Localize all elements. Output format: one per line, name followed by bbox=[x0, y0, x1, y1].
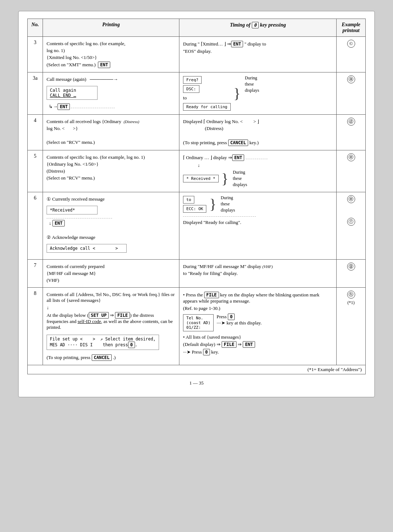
ready-calling-box: Ready for calling bbox=[183, 103, 231, 111]
r7-timing1: During "MF/HF call message M" display (V… bbox=[183, 264, 333, 269]
example-f: ⓕ bbox=[340, 218, 362, 226]
page-number: 1 — 35 bbox=[190, 380, 204, 386]
these-r6: these bbox=[221, 201, 235, 207]
r3-detail1: log no. 1) bbox=[47, 48, 175, 54]
r8-default-note: (Default display) ⇒ FILE ⇒ ENT bbox=[183, 341, 333, 348]
displays-r6: displays bbox=[221, 208, 235, 213]
ent-key-r3: ENT bbox=[98, 62, 110, 68]
zero-key2-t8: 0 bbox=[203, 349, 210, 355]
example-f-label: ⓕ bbox=[347, 218, 355, 226]
r3-timing1: During " ⌈Xmitted… ⌋ ⇒ENT " display to bbox=[183, 41, 333, 47]
r6-timing-ready: Displayed "Ready for calling". bbox=[183, 220, 333, 225]
call-again-box: Call again CALL END … bbox=[47, 86, 98, 100]
footer-note-row: (*1= Example of "Address") bbox=[28, 365, 366, 374]
header-printing: Printing bbox=[43, 19, 179, 37]
row-8-timing: • Press the FILE key on the display wher… bbox=[179, 288, 337, 365]
dashed-line-r6-timing bbox=[183, 216, 256, 217]
call-again-line1: Call again bbox=[50, 88, 94, 93]
row-7-timing: During "MF/HF call message M" display (V… bbox=[179, 260, 337, 288]
table-row: 3a Call message (again) ───────→ Call ag… bbox=[28, 72, 366, 115]
r8-file-line1: File set up < > ↗ Select item desired, bbox=[50, 336, 156, 342]
row-4-no: 4 bbox=[28, 115, 43, 150]
row-6-no: 6 bbox=[28, 192, 43, 260]
r5-arrow: ↓ bbox=[198, 162, 333, 168]
r8-file-line2: MES AD ···· DIS I then press0. bbox=[50, 342, 156, 348]
during-r6: During bbox=[221, 195, 235, 201]
brace-r3a: } bbox=[234, 86, 241, 101]
r6-ent-row: ↓ ENT bbox=[47, 220, 175, 226]
footer-note-cell: (*1= Example of "Address") bbox=[28, 365, 366, 374]
r5-main: Contents of specific log no. (for exampl… bbox=[47, 154, 175, 160]
r8-tel-box: Tel No. (coast AD) 01/ZZ: bbox=[183, 314, 214, 331]
r7-main: Contents of currently prepared bbox=[47, 264, 175, 269]
dsc-box: DSC: bbox=[183, 85, 199, 93]
zero-key-header: 0 bbox=[252, 22, 259, 28]
row-5-timing: ⌈ Ordinary … ⌋ display ⇒ENT ↓ * Received… bbox=[179, 150, 337, 192]
cancel-key-r4: CANCEL bbox=[228, 139, 248, 146]
table-row: 3 Contents of specific log no. (for exam… bbox=[28, 37, 366, 72]
file-key-r8: FILE bbox=[115, 312, 130, 319]
r3a-main: Call message (again) ───────→ bbox=[47, 76, 175, 82]
r8-tel-line2: (coast AD) bbox=[186, 320, 210, 325]
call-again-line2: CALL END … bbox=[50, 93, 94, 98]
example-d: ⓓ bbox=[347, 118, 355, 126]
r3-timing2: "EOS" display. bbox=[183, 48, 333, 54]
r5-left: * Received * bbox=[183, 174, 218, 183]
r3a-timing-left: Freq? DSC: to Ready for calling bbox=[183, 75, 231, 111]
example-e2: ⓔ bbox=[340, 195, 362, 203]
row-8-printing: Contents of all {Address, Tel No., DSC f… bbox=[43, 288, 179, 365]
row-7-printing: Contents of currently prepared {MF/HF ca… bbox=[43, 260, 179, 288]
r8-tel-section: Tel No. (coast AD) 01/ZZ: Press 0 ····➤ … bbox=[183, 314, 333, 332]
r8-press-section: Press 0 ····➤ key at this display. bbox=[217, 314, 262, 326]
dashed-line-r6 bbox=[47, 218, 112, 218]
during-label-r6: During these displays bbox=[219, 195, 235, 213]
row-5-printing: Contents of specific log no. (for exampl… bbox=[43, 150, 179, 192]
vhf-label-r7: (VHF) bbox=[262, 264, 273, 269]
these-r3a: these bbox=[245, 82, 259, 87]
header-example: Example printout bbox=[337, 19, 366, 37]
r7-detail1: {MF/HF call message M} bbox=[47, 271, 175, 276]
ecc-box-r6: ECC: OK bbox=[183, 205, 206, 213]
table-row: 5 Contents of specific log no. (for exam… bbox=[28, 150, 366, 192]
footer-note: (*1= Example of "Address") bbox=[307, 367, 362, 372]
row-3-printing: Contents of specific log no. (for exampl… bbox=[43, 37, 179, 72]
r8-tel-box-wrap: Tel No. (coast AD) 01/ZZ: bbox=[183, 314, 214, 332]
table-row: 7 Contents of currently prepared {MF/HF … bbox=[28, 260, 366, 288]
page-container: No. Printing Timing of 0 key pressing Ex… bbox=[18, 11, 375, 397]
to-box-r6: to bbox=[183, 196, 194, 204]
row-8-example: ⓗ (*1) bbox=[337, 288, 366, 365]
example-c: © bbox=[347, 40, 355, 48]
distress-label-r4: (Distress) bbox=[124, 119, 139, 124]
r8-ref: (Ref. to page 1-30.) bbox=[183, 306, 333, 311]
table-row: 8 Contents of all {Address, Tel No., DSC… bbox=[28, 288, 366, 365]
table-row: 6 ① Currently received message *Received… bbox=[28, 192, 366, 260]
received-box-r5: * Received * bbox=[183, 175, 218, 182]
r3-main: Contents of specific log no. (for exampl… bbox=[47, 41, 175, 47]
brace-r6: } bbox=[209, 197, 216, 212]
row-3-no: 3 bbox=[28, 37, 43, 72]
row-7-example: ⓖ bbox=[337, 260, 366, 288]
zero-key-t8: 0 bbox=[228, 314, 235, 320]
r4-timing1: Displayed ⌈ Ordinary log No. < > ⌋ bbox=[183, 119, 333, 125]
r8-stop-note: (To stop printing, press CANCEL .) bbox=[47, 354, 175, 361]
r5-detail1: {Ordinary log No. <1/50>} bbox=[47, 161, 175, 167]
row-4-example: ⓓ bbox=[337, 115, 366, 150]
key-pressing-label: key pressing bbox=[260, 22, 286, 28]
header-no: No. bbox=[28, 19, 43, 37]
r6-timing-top: to ECC: OK } During these displays bbox=[183, 195, 333, 213]
file-key-t8: FILE bbox=[204, 292, 219, 298]
star-note-r8: (*1) bbox=[340, 300, 362, 306]
r6-received-box: *Received* bbox=[47, 206, 98, 214]
r6-received-box-wrap: *Received* bbox=[47, 204, 175, 216]
during-r5: During bbox=[233, 170, 247, 175]
setup-key-r8: SET UP bbox=[89, 312, 109, 319]
row-8-no: 8 bbox=[28, 288, 43, 365]
r8-tel-line1: Tel No. bbox=[186, 316, 210, 320]
during-r3a: During bbox=[245, 75, 259, 81]
r6-ack-box: Acknowledge call < > bbox=[47, 244, 127, 253]
r4-timing2: (To stop printing, press CANCEL key.) bbox=[183, 139, 333, 146]
zero-key-r8: 0 bbox=[128, 342, 135, 348]
ent-key-r3a: ENT bbox=[57, 103, 70, 110]
row-6-example: ⓔ ⓕ bbox=[337, 192, 366, 260]
r3-detail3: (Select on "XMT" menu.) ENT bbox=[47, 62, 175, 68]
